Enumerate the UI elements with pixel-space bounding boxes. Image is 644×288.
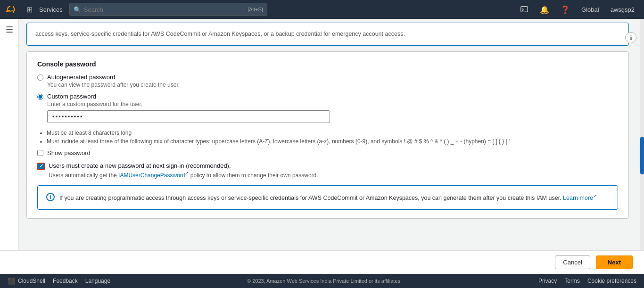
- feedback-link[interactable]: Feedback: [53, 278, 78, 284]
- sidebar-toggle[interactable]: ☰: [0, 19, 19, 274]
- search-input[interactable]: [84, 6, 248, 13]
- top-info-box: access keys, service-specific credential…: [26, 23, 629, 46]
- footer-right: Privacy Terms Cookie preferences: [538, 278, 636, 284]
- autogenerated-option[interactable]: Autogenerated password You can view the …: [37, 74, 618, 88]
- next-button[interactable]: Next: [596, 255, 633, 269]
- custom-label[interactable]: Custom password: [47, 93, 96, 100]
- autogenerated-radio[interactable]: [37, 74, 43, 81]
- services-nav[interactable]: Services: [36, 4, 66, 15]
- hamburger-icon[interactable]: ☰: [6, 25, 13, 35]
- console-password-section: Console password Autogenerated password …: [26, 51, 629, 219]
- ext-link-2-icon: ↗: [593, 193, 597, 198]
- search-icon: 🔍: [74, 6, 81, 13]
- info-panel-icon[interactable]: ℹ: [625, 32, 636, 43]
- notification-icon[interactable]: 🔔: [536, 3, 553, 16]
- show-password-row[interactable]: Show password: [37, 149, 618, 156]
- region-selector[interactable]: Global: [578, 4, 603, 15]
- password-type-group: Autogenerated password You can view the …: [37, 74, 618, 123]
- password-field[interactable]: [47, 110, 330, 123]
- must-change-text: Users must create a new password at next…: [49, 162, 318, 169]
- aws-logo[interactable]: aws: [6, 5, 21, 14]
- learn-more-link[interactable]: Learn more: [563, 195, 593, 201]
- top-info-text: access keys, service-specific credential…: [35, 30, 620, 39]
- programmatic-access-info: i If you are creating programmatic acces…: [37, 185, 618, 210]
- custom-option[interactable]: Custom password Enter a custom password …: [37, 93, 618, 123]
- show-password-checkbox[interactable]: [37, 150, 43, 156]
- scrollbar[interactable]: [640, 19, 644, 274]
- autogenerated-label[interactable]: Autogenerated password: [47, 74, 116, 81]
- svg-text:aws: aws: [6, 8, 14, 13]
- password-requirements: Must be at least 8 characters long Must …: [37, 130, 618, 145]
- info-text: If you are creating programmatic access …: [59, 192, 597, 203]
- footer-copyright: © 2023, Amazon Web Services India Privat…: [247, 278, 402, 284]
- show-password-label[interactable]: Show password: [47, 149, 91, 156]
- main-content: access keys, service-specific credential…: [19, 19, 636, 274]
- bottom-action-bar: Cancel Next: [0, 250, 644, 274]
- footer-cloudshell[interactable]: ⬛ CloudShell: [8, 278, 45, 285]
- cloudshell-icon[interactable]: [516, 3, 532, 16]
- language-link[interactable]: Language: [85, 278, 110, 284]
- must-change-sub: Users automatically get the IAMUserChang…: [49, 171, 318, 179]
- terms-link[interactable]: Terms: [564, 278, 580, 284]
- info-icon: i: [46, 193, 55, 201]
- custom-sub: Enter a custom password for the user.: [47, 101, 618, 107]
- section-title: Console password: [37, 60, 618, 68]
- must-change-row: Users must create a new password at next…: [37, 162, 618, 179]
- req-2: Must include at least three of the follo…: [47, 138, 618, 145]
- cancel-button[interactable]: Cancel: [555, 255, 590, 269]
- autogenerated-sub: You can view the password after you crea…: [47, 82, 180, 88]
- search-box[interactable]: 🔍 [Alt+S]: [69, 3, 267, 16]
- privacy-link[interactable]: Privacy: [538, 278, 557, 284]
- footer-left: ⬛ CloudShell Feedback Language: [8, 278, 110, 285]
- user-menu[interactable]: awsgsp2: [607, 4, 638, 15]
- scroll-thumb[interactable]: [640, 137, 644, 174]
- footer: ⬛ CloudShell Feedback Language © 2023, A…: [0, 274, 644, 288]
- help-icon[interactable]: ❓: [557, 3, 574, 16]
- iam-change-password-link[interactable]: IAMUserChangePassword: [118, 172, 185, 179]
- req-1: Must be at least 8 characters long: [47, 130, 618, 136]
- search-shortcut: [Alt+S]: [248, 7, 263, 12]
- grid-icon[interactable]: ⊞: [26, 5, 33, 14]
- cookie-preferences-link[interactable]: Cookie preferences: [587, 278, 636, 284]
- top-navigation: aws ⊞ Services 🔍 [Alt+S] 🔔 ❓ Global awsg…: [0, 0, 644, 19]
- must-change-checkbox[interactable]: [37, 163, 45, 170]
- terminal-icon: ⬛: [8, 278, 15, 285]
- custom-radio[interactable]: [37, 94, 43, 100]
- cloudshell-label[interactable]: CloudShell: [18, 278, 45, 284]
